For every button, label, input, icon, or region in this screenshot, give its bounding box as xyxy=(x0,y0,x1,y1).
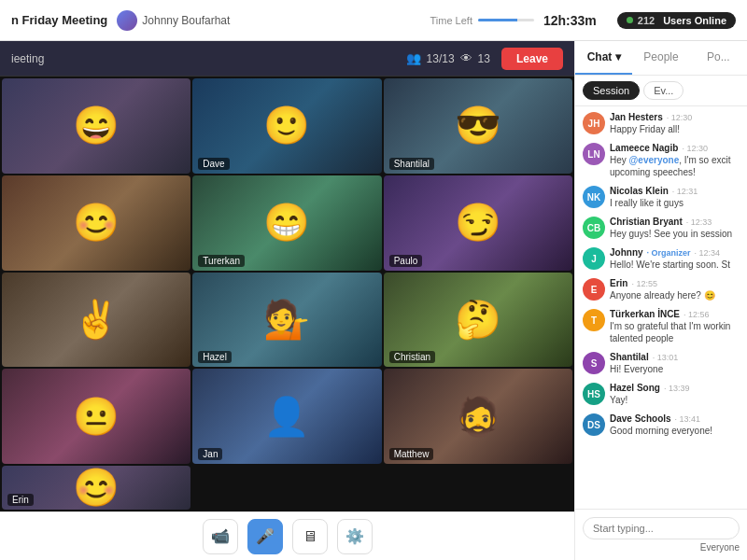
time-value: 12h:33m xyxy=(543,13,597,28)
chat-message: LNLameece Nagib· 12:30Hey @everyone, I'm… xyxy=(583,143,740,178)
video-cell: 😊 xyxy=(2,175,190,271)
chat-message: JHJan Hesters· 12:30Happy Friday all! xyxy=(583,112,740,135)
msg-content: Türkerkan İNCE· 12:56I'm so grateful tha… xyxy=(610,309,740,344)
chat-input[interactable] xyxy=(583,517,740,539)
msg-avatar: J xyxy=(583,247,605,270)
chat-message: TTürkerkan İNCE· 12:56I'm so grateful th… xyxy=(583,309,740,344)
video-cell: 👤Jan xyxy=(192,369,381,464)
msg-name: Lameece Nagib xyxy=(610,143,678,153)
online-count: 212 xyxy=(638,15,655,26)
chat-tab-2[interactable]: Po... xyxy=(690,41,747,75)
leave-button[interactable]: Leave xyxy=(501,48,563,70)
chat-sidebar: Chat ▾PeoplePo... SessionEv... JHJan Hes… xyxy=(574,41,747,560)
participant-count: 👥 13/13 👁 13 xyxy=(406,51,490,65)
msg-text: Good morning everyone! xyxy=(610,425,740,437)
video-cell: ✌️ xyxy=(2,273,190,368)
video-cell: 😊Erin xyxy=(2,466,190,510)
chat-tab-1[interactable]: People xyxy=(632,41,689,75)
video-cell: 😁Turerkan xyxy=(192,175,381,271)
chat-subtab-0[interactable]: Session xyxy=(583,81,640,100)
msg-content: Lameece Nagib· 12:30Hey @everyone, I'm s… xyxy=(610,143,740,178)
chat-message: DSDave Schools· 13:41Good morning everyo… xyxy=(583,413,740,437)
time-left-fill xyxy=(478,19,517,21)
meeting-title: n Friday Meeting xyxy=(11,13,107,27)
msg-text: Hello! We're starting soon. St xyxy=(610,259,740,271)
msg-text: I really like it guys xyxy=(610,197,740,209)
msg-content: Nicolas Klein· 12:31I really like it guy… xyxy=(610,186,740,209)
chat-message: NKNicolas Klein· 12:31I really like it g… xyxy=(583,186,740,209)
msg-time: · 13:41 xyxy=(675,414,701,424)
msg-avatar: JH xyxy=(583,112,605,134)
chat-message: SShantilal· 13:01Hi! Everyone xyxy=(583,352,740,375)
msg-time: · 12:30 xyxy=(682,144,708,153)
video-cell-label: Hazel xyxy=(198,351,232,363)
video-cell: 💁Hazel xyxy=(192,273,381,368)
msg-text: Anyone already here? 😊 xyxy=(610,289,740,301)
chat-tab-0[interactable]: Chat ▾ xyxy=(575,41,632,75)
msg-content: Dave Schools· 13:41Good morning everyone… xyxy=(610,413,740,437)
video-cell: 🧔Matthew xyxy=(384,369,572,464)
msg-name: Erin xyxy=(610,278,627,288)
chat-subtab-1[interactable]: Ev... xyxy=(643,81,684,100)
video-cell-label: Dave xyxy=(198,158,229,170)
video-top-bar: ieeting 👥 13/13 👁 13 Leave xyxy=(0,41,574,77)
msg-time: · 12:31 xyxy=(672,187,698,196)
users-online-badge: 212 Users Online xyxy=(617,12,736,29)
chat-tabs: Chat ▾PeoplePo... xyxy=(575,41,747,76)
video-cell: 😐 xyxy=(2,369,190,464)
video-cell: 😏Paulo xyxy=(384,175,572,271)
participant-count-value: 13/13 xyxy=(427,52,455,65)
screen-share-button[interactable]: 🖥 xyxy=(292,519,328,554)
viewer-count-value: 13 xyxy=(478,52,490,65)
msg-avatar: DS xyxy=(583,413,605,436)
msg-text: I'm so grateful that I'm workin talented… xyxy=(610,320,740,344)
msg-name: Jan Hesters xyxy=(610,112,663,122)
video-button[interactable]: 📹 xyxy=(203,519,238,554)
video-cell: 😎Shantilal xyxy=(384,78,572,174)
msg-name: Dave Schools xyxy=(610,413,671,424)
video-cell-label: Erin xyxy=(7,494,34,506)
video-controls: 📹 🎤 🖥 ⚙️ xyxy=(0,511,574,560)
msg-avatar: T xyxy=(583,309,605,331)
msg-content: Christian Bryant· 12:33Hey guys! See you… xyxy=(610,217,740,240)
video-section: ieeting 👥 13/13 👁 13 Leave 😄🙂Dave😎Shanti… xyxy=(0,41,574,560)
chat-subtabs: SessionEv... xyxy=(575,76,747,106)
msg-time: · 13:39 xyxy=(664,384,690,393)
msg-name: Türkerkan İNCE xyxy=(610,309,680,319)
msg-avatar: HS xyxy=(583,383,605,405)
msg-content: Shantilal· 13:01Hi! Everyone xyxy=(610,352,740,375)
meeting-sub-label: ieeting xyxy=(11,52,406,65)
msg-avatar: NK xyxy=(583,186,605,208)
video-cell-label: Christian xyxy=(389,351,435,363)
msg-text: Hey @everyone, I'm so excit upcoming spe… xyxy=(610,154,740,178)
host-avatar xyxy=(117,10,137,31)
chat-input-area: Everyone xyxy=(575,509,747,560)
msg-content: Erin· 12:55Anyone already here? 😊 xyxy=(610,278,740,301)
msg-name: Nicolas Klein xyxy=(610,186,669,196)
msg-content: Jan Hesters· 12:30Happy Friday all! xyxy=(610,112,740,135)
msg-avatar: E xyxy=(583,278,605,301)
top-bar-center: Time Left 12h:33m 212 Users Online xyxy=(430,12,736,29)
settings-button[interactable]: ⚙️ xyxy=(337,519,373,554)
online-dot xyxy=(627,17,633,23)
msg-text: Happy Friday all! xyxy=(610,123,740,135)
video-cell: 🙂Dave xyxy=(192,78,381,174)
chat-message: JJohnny· Organizer· 12:34Hello! We're st… xyxy=(583,247,740,271)
users-online-label: Users Online xyxy=(663,15,726,26)
msg-time: · 12:34 xyxy=(695,248,721,258)
msg-time: · 12:55 xyxy=(631,279,657,288)
mic-button[interactable]: 🎤 xyxy=(247,519,283,554)
msg-avatar: S xyxy=(583,352,605,374)
eye-icon: 👁 xyxy=(460,51,472,65)
msg-time: · 12:30 xyxy=(667,113,693,122)
msg-name: Shantilal xyxy=(610,352,649,362)
msg-name: Johnny xyxy=(610,247,643,258)
msg-name: Hazel Song xyxy=(610,383,660,393)
video-cell-label: Paulo xyxy=(389,255,423,267)
msg-time: · 13:01 xyxy=(653,353,679,362)
chat-message: CBChristian Bryant· 12:33Hey guys! See y… xyxy=(583,217,740,240)
everyone-label: Everyone xyxy=(583,542,740,553)
chat-message: EErin· 12:55Anyone already here? 😊 xyxy=(583,278,740,301)
video-cell-label: Turerkan xyxy=(198,255,245,267)
video-cell: 😄 xyxy=(2,78,190,174)
